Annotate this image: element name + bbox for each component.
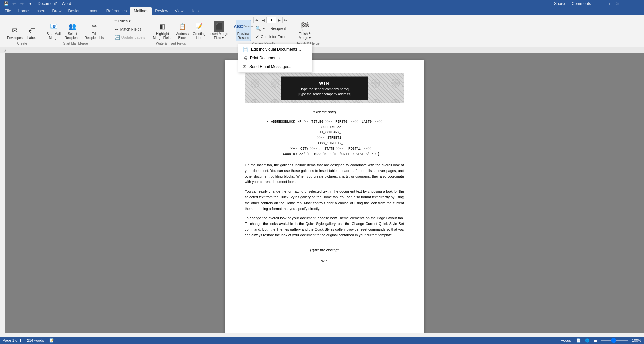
share-area: Share Comments ─ □ ✕ bbox=[552, 1, 624, 7]
labels-label: Labels bbox=[27, 36, 37, 40]
finish-merge-label: Finish &Merge ▾ bbox=[299, 32, 311, 40]
start-mail-merge-button[interactable]: 📧 Start MailMerge bbox=[45, 20, 62, 41]
select-recipients-icon: 👥 bbox=[67, 21, 78, 32]
tab-layout[interactable]: Layout bbox=[84, 7, 103, 15]
ribbon-tab-bar: File Home Insert Draw Design Layout Refe… bbox=[0, 7, 644, 15]
greeting-line-button[interactable]: 📝 GreetingLine bbox=[191, 20, 207, 41]
body-paragraph-3: To change the overall look of your docum… bbox=[245, 215, 404, 238]
update-labels-button[interactable]: 🔄 Update Labels bbox=[112, 34, 148, 41]
update-labels-icon: 🔄 bbox=[114, 35, 120, 40]
address-block-button[interactable]: 📋 AddressBlock bbox=[174, 20, 190, 41]
undo-button[interactable]: ↩ bbox=[11, 1, 17, 7]
rules-icon: ≡ bbox=[114, 18, 117, 24]
send-email-messages-item[interactable]: ✉ Send Email Messages... bbox=[238, 62, 312, 71]
tab-draw[interactable]: Draw bbox=[49, 7, 65, 15]
greeting-icon: 📝 bbox=[194, 21, 204, 32]
app-title: Document1 - Word bbox=[38, 1, 71, 6]
highlight-merge-fields-button[interactable]: ◧ HighlightMerge Fields bbox=[151, 20, 174, 41]
redo-button[interactable]: ↪ bbox=[19, 1, 25, 7]
body-paragraph-1: On the Insert tab, the galleries include… bbox=[245, 162, 404, 185]
find-recipient-icon: 🔍 bbox=[255, 26, 261, 31]
check-errors-icon: ✓ bbox=[255, 34, 259, 39]
tab-mailings[interactable]: Mailings bbox=[130, 7, 152, 15]
body-paragraph-2: You can easily change the formatting of … bbox=[245, 189, 404, 211]
minimize-button[interactable]: ─ bbox=[596, 1, 602, 7]
win-footer: Win bbox=[245, 259, 404, 263]
edit-recipients-label: EditRecipient List bbox=[85, 32, 105, 40]
greeting-label: GreetingLine bbox=[193, 32, 205, 40]
document-page: WIN [Type the sender company name] [Type… bbox=[225, 60, 424, 333]
save-qat-button[interactable]: 💾 bbox=[3, 1, 9, 7]
preview-stacked-buttons: 🔍 Find Recipient ✓ Check for Errors bbox=[253, 25, 290, 40]
find-recipient-button[interactable]: 🔍 Find Recipient bbox=[253, 25, 290, 32]
match-fields-icon: ↔ bbox=[114, 26, 119, 32]
qat-dropdown-button[interactable]: ▾ bbox=[27, 1, 34, 7]
envelopes-label: Envelopes bbox=[7, 36, 23, 40]
start-merge-icon: 📧 bbox=[48, 21, 59, 32]
page-header-ornament: WIN [Type the sender company name] [Type… bbox=[245, 73, 404, 103]
match-fields-label: Match Fields bbox=[120, 27, 141, 31]
labels-button[interactable]: 🏷 Labels bbox=[25, 24, 39, 41]
edit-individual-icon: 📄 bbox=[243, 47, 248, 52]
sender-box: WIN [Type the sender company name] [Type… bbox=[281, 77, 368, 100]
tab-design[interactable]: Design bbox=[65, 7, 84, 15]
maximize-button[interactable]: □ bbox=[605, 1, 612, 7]
find-recipient-label: Find Recipient bbox=[262, 26, 286, 31]
tab-home[interactable]: Home bbox=[14, 7, 32, 15]
record-number-input[interactable] bbox=[267, 17, 276, 23]
write-insert-buttons: ≡ Rules ▾ ↔ Match Fields 🔄 Update Labels… bbox=[112, 17, 230, 41]
insert-merge-icon: ⬛ bbox=[214, 21, 224, 32]
edit-individual-documents-item[interactable]: 📄 Edit Individual Documents... bbox=[238, 45, 312, 54]
send-email-label: Send Email Messages... bbox=[249, 64, 292, 69]
ribbon-group-finish: 🏁 Finish &Merge ▾ Finish & Merge bbox=[294, 20, 322, 47]
ribbon-groups: ✉ Envelopes 🏷 Labels Create 📧 Start Mail… bbox=[3, 16, 641, 47]
last-record-button[interactable]: ⏭ bbox=[283, 17, 289, 23]
edit-recipient-list-button[interactable]: ✏ EditRecipient List bbox=[83, 20, 106, 41]
print-documents-label: Print Documents... bbox=[250, 56, 283, 60]
ruler-marker: ⬚ bbox=[3, 48, 6, 52]
rules-label: Rules ▾ bbox=[118, 19, 131, 23]
ruler: ⬚ bbox=[0, 47, 644, 53]
sender-company-address: [Type the sender company address] bbox=[287, 92, 361, 96]
tab-insert[interactable]: Insert bbox=[32, 7, 49, 15]
print-documents-item[interactable]: 🖨 Print Documents... bbox=[238, 54, 312, 62]
prev-record-button[interactable]: ◀ bbox=[260, 17, 267, 23]
next-record-button[interactable]: ▶ bbox=[276, 17, 283, 23]
first-record-button[interactable]: ⏮ bbox=[253, 17, 260, 23]
finish-merge-button[interactable]: 🏁 Finish &Merge ▾ bbox=[297, 20, 312, 41]
document-area[interactable]: WIN [Type the sender company name] [Type… bbox=[5, 53, 644, 333]
print-documents-icon: 🖨 bbox=[243, 55, 247, 61]
send-email-icon: ✉ bbox=[243, 64, 247, 69]
envelopes-button[interactable]: ✉ Envelopes bbox=[5, 24, 24, 41]
start-merge-group-label: Start Mail Merge bbox=[45, 42, 106, 45]
edit-individual-label: Edit Individual Documents... bbox=[251, 47, 301, 52]
rules-button[interactable]: ≡ Rules ▾ bbox=[112, 17, 148, 25]
comments-button[interactable]: Comments bbox=[570, 1, 593, 7]
start-merge-buttons: 📧 Start MailMerge 👥 SelectRecipients ✏ E… bbox=[45, 20, 106, 41]
finish-merge-dropdown: 📄 Edit Individual Documents... 🖨 Print D… bbox=[238, 44, 312, 72]
insert-merge-field-button[interactable]: ⬛ Insert MergeField ▾ bbox=[208, 20, 230, 41]
tab-references[interactable]: References bbox=[103, 7, 130, 15]
main-layout: WIN [Type the sender company name] [Type… bbox=[0, 53, 644, 333]
tab-view[interactable]: View bbox=[172, 7, 187, 15]
select-recipients-button[interactable]: 👥 SelectRecipients bbox=[63, 20, 82, 41]
close-button[interactable]: ✕ bbox=[614, 1, 621, 7]
highlight-icon: ◧ bbox=[157, 21, 168, 32]
share-button[interactable]: Share bbox=[552, 1, 567, 7]
tab-file[interactable]: File bbox=[1, 7, 14, 15]
tab-review[interactable]: Review bbox=[152, 7, 171, 15]
sender-company-name: [Type the sender company name] bbox=[287, 87, 361, 91]
update-labels-label: Update Labels bbox=[121, 35, 145, 39]
tab-help[interactable]: Help bbox=[187, 7, 202, 15]
address-block: { ADDRESSBLOCK \F "<<_TITLE0_>><<_FIRST0… bbox=[245, 119, 404, 157]
preview-results-label: PreviewResults bbox=[237, 32, 250, 40]
envelope-icon: ✉ bbox=[9, 25, 20, 36]
labels-icon: 🏷 bbox=[27, 25, 38, 36]
check-errors-button[interactable]: ✓ Check for Errors bbox=[253, 33, 290, 40]
match-fields-button[interactable]: ↔ Match Fields bbox=[112, 25, 148, 33]
check-errors-label: Check for Errors bbox=[261, 35, 287, 39]
preview-results-button[interactable]: ABCPreview PreviewResults bbox=[236, 20, 251, 41]
finish-buttons: 🏁 Finish &Merge ▾ bbox=[297, 20, 312, 41]
highlight-label: HighlightMerge Fields bbox=[153, 32, 172, 40]
start-merge-label: Start MailMerge bbox=[47, 32, 61, 40]
